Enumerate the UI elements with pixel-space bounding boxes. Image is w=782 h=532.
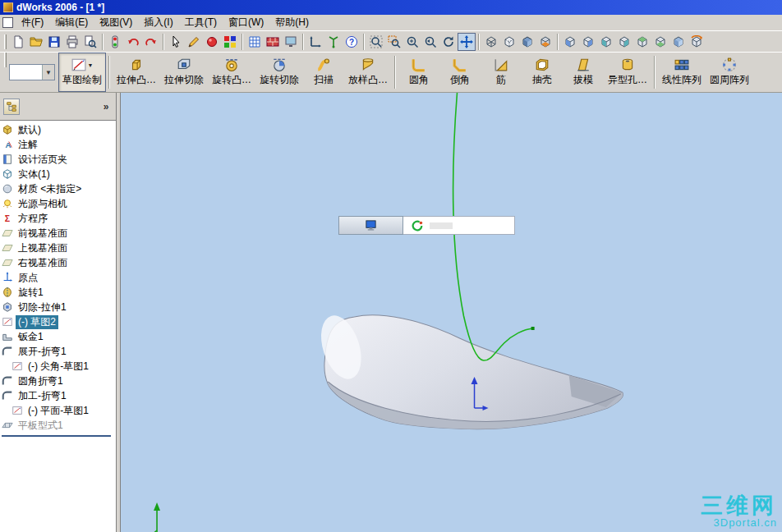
extrude-boss-button[interactable]: 拉伸凸… xyxy=(113,53,160,92)
grid-button[interactable] xyxy=(246,33,264,51)
view-orientation-button[interactable] xyxy=(688,33,706,51)
tree-item[interactable]: 材质 <未指定> xyxy=(0,181,116,196)
tree-item[interactable]: 光源与相机 xyxy=(0,196,116,211)
panel-overflow-chevron[interactable]: » xyxy=(99,100,113,113)
tree-item[interactable]: 加工-折弯1 xyxy=(0,388,116,403)
sketch-combo[interactable]: ▼ xyxy=(9,64,55,80)
view-top-button[interactable] xyxy=(633,33,651,51)
dropdown-arrow-icon[interactable]: ▼ xyxy=(88,62,94,68)
toolbar-separator xyxy=(302,34,304,50)
tree-item[interactable]: 右视基准面 xyxy=(0,255,116,270)
features-toolbar-buttons: ▼草图绘制拉伸凸…拉伸切除旋转凸…旋转切除扫描放样凸…圆角倒角筋抽壳拔模异型孔…… xyxy=(58,53,753,92)
tree-item[interactable]: (-) 平面-草图1 xyxy=(0,403,116,418)
title-bar[interactable]: dWorks 2006 - [1 *] xyxy=(0,0,782,15)
linear-pattern-button[interactable]: 线性阵列 xyxy=(658,53,706,92)
revolve-cut-button[interactable]: 旋转切除 xyxy=(255,53,303,92)
redo-button[interactable] xyxy=(142,33,160,51)
toolbar-grip[interactable] xyxy=(4,53,7,67)
sketch-button[interactable]: ▼草图绘制 xyxy=(58,53,106,92)
logo-swoosh-icon xyxy=(411,219,424,232)
extrude-cut-button[interactable]: 拉伸切除 xyxy=(160,53,208,92)
color-swatch-button[interactable] xyxy=(221,33,239,51)
tree-item[interactable]: 原点 xyxy=(0,270,116,285)
shell-button[interactable]: 抽壳 xyxy=(522,53,563,92)
view-iso-button[interactable] xyxy=(669,33,688,51)
hole-wizard-button[interactable]: 异型孔… xyxy=(604,53,651,92)
axes-button[interactable] xyxy=(306,33,324,51)
zoom-area-button[interactable] xyxy=(385,33,403,51)
loft-button[interactable]: 放样凸… xyxy=(344,53,392,92)
toolbar-grip[interactable] xyxy=(4,34,7,49)
tree-item[interactable]: (-) 尖角-草图1 xyxy=(0,359,116,374)
menu-item[interactable]: 视图(V) xyxy=(94,14,138,31)
pencil-button[interactable] xyxy=(185,33,203,51)
rotate-view-button[interactable] xyxy=(439,33,458,51)
zoom-in-out-button[interactable] xyxy=(403,33,421,51)
model-3d[interactable] xyxy=(314,310,623,429)
tree-item[interactable]: A注解 xyxy=(0,137,116,152)
tree-item[interactable]: 上视基准面 xyxy=(0,241,116,255)
hidden-lines-button[interactable] xyxy=(500,33,518,51)
view-left-button[interactable] xyxy=(597,33,615,51)
rebuild-button[interactable] xyxy=(106,33,124,51)
flat-pattern-icon xyxy=(2,420,13,431)
menu-item[interactable]: 编辑(E) xyxy=(49,14,94,31)
menu-item[interactable]: 插入(I) xyxy=(138,14,178,31)
bricks-button[interactable] xyxy=(264,33,282,51)
combo-dropdown-icon[interactable]: ▼ xyxy=(42,65,54,80)
menu-item[interactable]: 窗口(W) xyxy=(223,14,269,31)
tree-item[interactable]: 展开-折弯1 xyxy=(0,344,116,359)
print-preview-button[interactable] xyxy=(81,33,99,51)
undo-button[interactable] xyxy=(124,33,142,51)
draft-button[interactable]: 拔模 xyxy=(563,53,604,92)
feature-tree-tab[interactable] xyxy=(3,99,20,115)
view-back-button[interactable] xyxy=(579,33,597,51)
shaded-button[interactable] xyxy=(518,33,536,51)
view-bottom-button[interactable] xyxy=(651,33,669,51)
toolbar-separator xyxy=(108,56,110,89)
help-button[interactable]: ? xyxy=(343,33,361,51)
view-right-button[interactable] xyxy=(615,33,633,51)
appearance-ball-button[interactable] xyxy=(203,33,221,51)
sketch-tree-icon xyxy=(12,405,23,416)
tree-item[interactable]: 默认) xyxy=(0,122,116,137)
rib-button[interactable]: 筋 xyxy=(481,53,522,92)
fillet-button[interactable]: 圆角 xyxy=(398,53,439,92)
menu-item[interactable]: 件(F) xyxy=(16,14,49,31)
tree-item[interactable]: (-) 草图2 xyxy=(0,314,116,329)
display-settings-button[interactable] xyxy=(282,33,300,51)
tree-item[interactable]: Σ方程序 xyxy=(0,211,116,226)
document-icon[interactable] xyxy=(2,17,13,28)
tree-item[interactable]: 前视基准面 xyxy=(0,226,116,241)
rollback-bar[interactable] xyxy=(2,435,111,437)
tree-item[interactable]: 实体(1) xyxy=(0,167,116,181)
save-button[interactable] xyxy=(45,33,63,51)
window-title: dWorks 2006 - [1 *] xyxy=(16,2,104,13)
zoom-prev-button[interactable] xyxy=(421,33,439,51)
open-document-button[interactable] xyxy=(27,33,45,51)
zoom-fit-button[interactable] xyxy=(367,33,385,51)
tree-item[interactable]: 圆角折弯1 xyxy=(0,374,116,388)
wireframe-button[interactable] xyxy=(482,33,500,51)
new-document-button[interactable] xyxy=(9,33,27,51)
revolve-boss-button[interactable]: 旋转凸… xyxy=(208,53,255,92)
select-arrow-button[interactable] xyxy=(167,33,185,51)
menu-item[interactable]: 帮助(H) xyxy=(269,14,315,31)
print-button[interactable] xyxy=(63,33,81,51)
section-view-button[interactable] xyxy=(536,33,554,51)
tree-item[interactable]: 旋转1 xyxy=(0,285,116,300)
menu-item[interactable]: 工具(T) xyxy=(179,14,223,31)
view-front-button[interactable] xyxy=(561,33,579,51)
tree-item[interactable]: 钣金1 xyxy=(0,329,116,344)
spline-endpoint[interactable] xyxy=(531,327,535,330)
tree-item[interactable]: 平板型式1 xyxy=(0,418,116,433)
viewport[interactable]: 三维网 3Dportal.cn xyxy=(121,93,782,532)
pan-button[interactable] xyxy=(458,33,476,51)
circular-pattern-button[interactable]: 圆周阵列 xyxy=(706,53,753,92)
view-3d-button[interactable] xyxy=(324,33,343,51)
revolve-icon xyxy=(2,287,13,298)
tree-item[interactable]: 设计活页夹 xyxy=(0,152,116,167)
tree-item[interactable]: 切除-拉伸1 xyxy=(0,300,116,314)
chamfer-button[interactable]: 倒角 xyxy=(439,53,481,92)
sweep-button[interactable]: 扫描 xyxy=(303,53,344,92)
